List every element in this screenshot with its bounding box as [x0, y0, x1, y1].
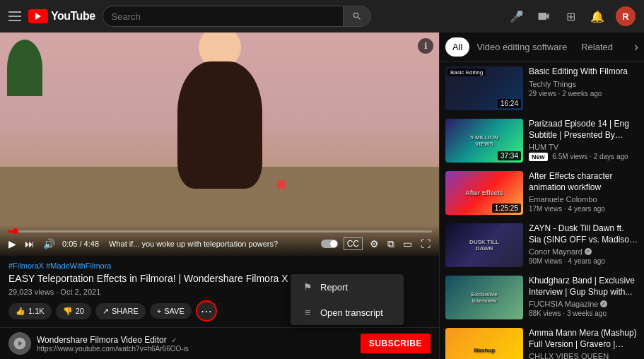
- like-button[interactable]: 👍 1.1K: [8, 303, 52, 319]
- list-item[interactable]: Mashup Amma Mann Mera (Mashup) Full Vers…: [440, 324, 644, 359]
- video-item-info: ZAYN - Dusk Till Dawn ft. Sia (SING OFF …: [529, 223, 638, 267]
- upload-icon[interactable]: [535, 8, 552, 25]
- video-item-info: Parizaad Episode 14 | Eng Subtitle | Pre…: [529, 119, 638, 163]
- share-button[interactable]: ↗ SHARE: [95, 303, 146, 319]
- fullscreen-button[interactable]: ⛶: [419, 237, 432, 251]
- subtitles-button[interactable]: CC: [344, 237, 363, 250]
- thumbnail-container: DUSK TILL DAWN: [445, 223, 523, 267]
- new-badge: New: [529, 153, 548, 161]
- search-button[interactable]: [343, 6, 371, 27]
- play-button[interactable]: ▶: [7, 237, 18, 251]
- top-nav: YouTube 🎤 ⊞ 🔔 R: [0, 0, 644, 33]
- channel-row: Wondershare Filmora Video Editor ✓ https…: [0, 327, 439, 359]
- thumbnail-container: Mashup: [445, 328, 523, 359]
- thumbs-up-icon: 👍: [16, 307, 25, 316]
- report-menu-item[interactable]: ⚑ Report: [291, 274, 404, 300]
- open-transcript-menu-item[interactable]: ≡ Open transcript: [291, 300, 404, 325]
- channel-url: https://www.youtube.com/watch?v=h6Ar66OO…: [37, 345, 361, 353]
- nav-right: 🎤 ⊞ 🔔 R: [508, 6, 636, 26]
- dislike-button[interactable]: 👎 20: [56, 303, 91, 319]
- tab-all[interactable]: All: [445, 37, 469, 57]
- sidebar: All Video editing software Related › Bas…: [439, 33, 644, 359]
- youtube-logo[interactable]: YouTube: [28, 9, 95, 23]
- time-display: 0:05 / 4:48: [62, 240, 99, 248]
- toggle-thumb: [330, 240, 337, 247]
- apps-icon[interactable]: ⊞: [562, 8, 579, 25]
- nav-left: YouTube: [8, 9, 95, 23]
- list-item[interactable]: DUSK TILL DAWN ZAYN - Dusk Till Dawn ft.…: [440, 219, 644, 271]
- video-item-info: Amma Mann Mera (Mashup) Full Version | G…: [529, 328, 638, 359]
- duration-badge: 16:24: [498, 99, 521, 108]
- video-item-title: Khudgharz Band | Exclusive Interview | G…: [529, 276, 638, 298]
- volume-button[interactable]: 🔊: [42, 237, 57, 251]
- controls-row: ▶ ⏭ 🔊 0:05 / 4:48 What if... you woke up…: [7, 237, 432, 252]
- video-item-channel: CHLLX VIBES QUEEN: [529, 352, 638, 359]
- list-item[interactable]: After Effects 1:25:25 After Effects char…: [440, 167, 644, 219]
- save-button[interactable]: + SAVE: [150, 303, 192, 319]
- video-item-meta: 17M views · 4 years ago: [529, 205, 638, 213]
- video-item-meta: New 6.5M views · 2 days ago: [529, 153, 638, 161]
- report-icon: ⚑: [302, 281, 313, 293]
- video-tags: #FilmoraX #MadeWithFilmora: [8, 261, 431, 270]
- video-item-meta: 88K views · 3 weeks ago: [529, 310, 638, 317]
- search-input[interactable]: [103, 6, 343, 27]
- video-list: Basic Editing 16:24 Basic Editing With F…: [440, 62, 644, 359]
- tab-next-button[interactable]: ›: [634, 40, 638, 54]
- duration-badge: 1:25:25: [492, 204, 521, 213]
- video-item-title: ZAYN - Dusk Till Dawn ft. Sia (SING OFF …: [529, 223, 638, 245]
- list-item[interactable]: Exclusive Interview Khudgharz Band | Exc…: [440, 271, 644, 324]
- video-item-meta: 29 views · 2 weeks ago: [529, 90, 638, 98]
- tab-video-editing[interactable]: Video editing software: [469, 37, 574, 57]
- info-badge[interactable]: ℹ: [418, 38, 433, 54]
- video-item-info: Khudgharz Band | Exclusive Interview | G…: [529, 276, 638, 319]
- video-item-channel: Emanuele Colombo: [529, 195, 638, 204]
- settings-button[interactable]: ⚙: [368, 237, 380, 251]
- verified-icon: ✓: [600, 300, 607, 307]
- user-avatar[interactable]: R: [616, 6, 636, 26]
- miniplayer-button[interactable]: ⧉: [386, 237, 396, 252]
- video-item-title: Amma Mann Mera (Mashup) Full Version | G…: [529, 328, 638, 350]
- video-controls: ▶ ⏭ 🔊 0:05 / 4:48 What if... you woke up…: [0, 225, 439, 256]
- video-thumbnail-4: DUSK TILL DAWN: [445, 223, 523, 267]
- video-player[interactable]: ℹ ▶ ⏭ 🔊 0:05 / 4:48 What if... you woke …: [0, 33, 439, 256]
- video-item-channel: HUM TV: [529, 143, 638, 151]
- progress-bar[interactable]: [7, 230, 432, 233]
- toggle-track: [321, 240, 338, 248]
- save-icon: +: [157, 307, 161, 315]
- list-item[interactable]: 5 MILLION VIEWS 37:34 Parizaad Episode 1…: [440, 114, 644, 167]
- autoplay-toggle[interactable]: [321, 240, 338, 248]
- video-item-channel: Conor Maynard ✓: [529, 247, 638, 256]
- list-item[interactable]: Basic Editing 16:24 Basic Editing With F…: [440, 62, 644, 114]
- subscribe-button[interactable]: SUBSCRIBE: [361, 334, 431, 353]
- thumbnail-container: 5 MILLION VIEWS 37:34: [445, 119, 523, 163]
- channel-avatar[interactable]: [8, 332, 31, 355]
- context-menu: ⚑ Report ≡ Open transcript: [291, 274, 404, 325]
- channel-info: Wondershare Filmora Video Editor ✓ https…: [37, 335, 361, 353]
- verified-icon: ✓: [585, 248, 592, 255]
- caption-text: What if... you woke up with teleportatio…: [105, 240, 315, 248]
- share-icon: ↗: [103, 307, 109, 316]
- progress-dot: [13, 228, 18, 234]
- video-item-info: Basic Editing With Filmora Techly Things…: [529, 66, 638, 110]
- hamburger-menu[interactable]: [8, 11, 21, 21]
- next-button[interactable]: ⏭: [23, 237, 36, 251]
- thumbs-down-icon: 👎: [63, 307, 73, 316]
- yt-logo-icon: [28, 9, 48, 23]
- yt-logo-text: YouTube: [51, 10, 95, 23]
- video-item-channel: FUCHSIA Magazine ✓: [529, 300, 638, 308]
- more-actions-button[interactable]: ⋯: [196, 300, 217, 322]
- notifications-icon[interactable]: 🔔: [589, 8, 606, 25]
- video-item-title: Basic Editing With Filmora: [529, 66, 638, 78]
- video-item-info: After Effects character animation workfl…: [529, 171, 638, 215]
- video-thumbnail-5: Exclusive Interview: [445, 276, 523, 319]
- thumbnail-container: After Effects 1:25:25: [445, 171, 523, 215]
- video-item-channel: Techly Things: [529, 80, 638, 88]
- channel-name[interactable]: Wondershare Filmora Video Editor ✓: [37, 335, 361, 345]
- tab-related[interactable]: Related: [574, 37, 620, 57]
- sidebar-tabs: All Video editing software Related ›: [440, 33, 644, 62]
- video-thumbnail: ℹ: [0, 33, 439, 256]
- search-container: [103, 6, 371, 27]
- mic-icon[interactable]: 🎤: [508, 8, 525, 25]
- verified-badge: ✓: [171, 336, 177, 344]
- theater-button[interactable]: ▭: [402, 237, 414, 251]
